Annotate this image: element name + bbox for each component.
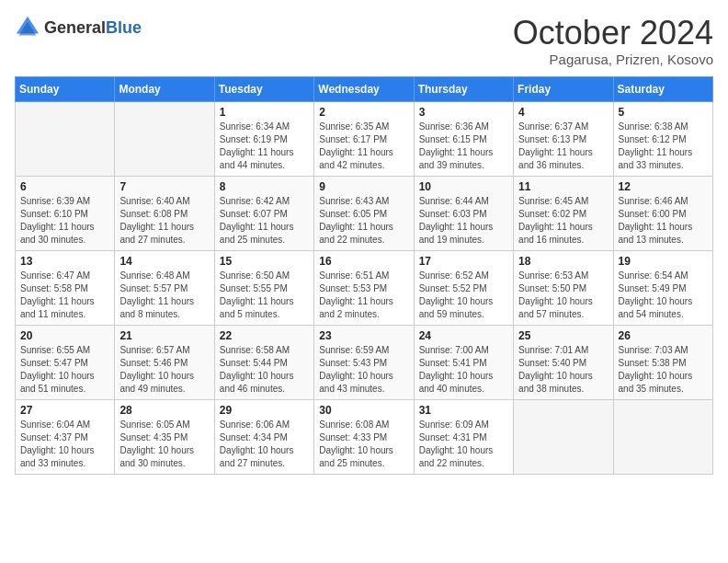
day-number: 23 [319, 329, 408, 342]
day-number: 5 [619, 106, 708, 119]
day-number: 14 [119, 255, 209, 268]
calendar-cell: 23Sunrise: 6:59 AMSunset: 5:43 PMDayligh… [314, 325, 414, 399]
calendar-table: SundayMondayTuesdayWednesdayThursdayFrid… [15, 76, 713, 475]
week-row-2: 6Sunrise: 6:39 AMSunset: 6:10 PMDaylight… [16, 176, 713, 250]
day-detail: Sunrise: 6:36 AMSunset: 6:15 PMDaylight:… [419, 121, 508, 172]
calendar-cell: 19Sunrise: 6:54 AMSunset: 5:49 PMDayligh… [613, 250, 712, 325]
calendar-cell: 27Sunrise: 6:04 AMSunset: 4:37 PMDayligh… [16, 399, 115, 474]
day-number: 16 [319, 255, 408, 268]
calendar-cell: 5Sunrise: 6:38 AMSunset: 6:12 PMDaylight… [613, 101, 712, 176]
calendar-cell: 28Sunrise: 6:05 AMSunset: 4:35 PMDayligh… [115, 399, 214, 474]
day-detail: Sunrise: 6:55 AMSunset: 5:47 PMDaylight:… [20, 344, 109, 396]
calendar-cell: 18Sunrise: 6:53 AMSunset: 5:50 PMDayligh… [514, 250, 613, 325]
day-number: 22 [220, 329, 309, 342]
week-row-3: 13Sunrise: 6:47 AMSunset: 5:58 PMDayligh… [16, 250, 713, 325]
day-detail: Sunrise: 6:59 AMSunset: 5:43 PMDaylight:… [319, 344, 408, 396]
day-detail: Sunrise: 7:03 AMSunset: 5:38 PMDaylight:… [619, 344, 708, 396]
week-row-5: 27Sunrise: 6:04 AMSunset: 4:37 PMDayligh… [16, 399, 713, 474]
calendar-cell: 26Sunrise: 7:03 AMSunset: 5:38 PMDayligh… [613, 325, 712, 399]
day-header-sunday: Sunday [16, 76, 115, 101]
day-detail: Sunrise: 6:38 AMSunset: 6:12 PMDaylight:… [619, 121, 708, 172]
calendar-cell: 25Sunrise: 7:01 AMSunset: 5:40 PMDayligh… [514, 325, 613, 399]
day-number: 19 [619, 255, 708, 268]
day-number: 30 [319, 404, 408, 417]
location-title: Pagarusa, Prizren, Kosovo [513, 52, 713, 67]
calendar-cell: 10Sunrise: 6:44 AMSunset: 6:03 PMDayligh… [414, 176, 513, 250]
calendar-cell [514, 399, 613, 474]
calendar-cell: 24Sunrise: 7:00 AMSunset: 5:41 PMDayligh… [414, 325, 513, 399]
day-number: 15 [220, 255, 309, 268]
day-number: 31 [419, 404, 508, 417]
day-detail: Sunrise: 6:51 AMSunset: 5:53 PMDaylight:… [319, 270, 408, 321]
header-row: SundayMondayTuesdayWednesdayThursdayFrid… [16, 76, 713, 101]
day-number: 9 [319, 180, 408, 193]
calendar-cell: 11Sunrise: 6:45 AMSunset: 6:02 PMDayligh… [514, 176, 613, 250]
calendar-cell: 15Sunrise: 6:50 AMSunset: 5:55 PMDayligh… [214, 250, 313, 325]
calendar-cell: 20Sunrise: 6:55 AMSunset: 5:47 PMDayligh… [16, 325, 115, 399]
day-detail: Sunrise: 6:06 AMSunset: 4:34 PMDaylight:… [220, 419, 309, 470]
day-number: 12 [619, 180, 708, 193]
day-number: 13 [20, 255, 109, 268]
calendar-cell: 4Sunrise: 6:37 AMSunset: 6:13 PMDaylight… [514, 101, 613, 176]
calendar-cell: 1Sunrise: 6:34 AMSunset: 6:19 PMDaylight… [214, 101, 313, 176]
calendar-cell: 14Sunrise: 6:48 AMSunset: 5:57 PMDayligh… [115, 250, 214, 325]
day-header-friday: Friday [514, 76, 613, 101]
day-number: 7 [119, 180, 209, 193]
calendar-cell: 6Sunrise: 6:39 AMSunset: 6:10 PMDaylight… [16, 176, 115, 250]
day-number: 1 [220, 106, 309, 119]
day-number: 28 [119, 404, 209, 417]
day-number: 3 [419, 106, 508, 119]
day-detail: Sunrise: 6:52 AMSunset: 5:52 PMDaylight:… [419, 270, 508, 321]
day-number: 17 [419, 255, 508, 268]
day-number: 25 [518, 329, 608, 342]
calendar-cell: 13Sunrise: 6:47 AMSunset: 5:58 PMDayligh… [16, 250, 115, 325]
day-detail: Sunrise: 6:43 AMSunset: 6:05 PMDaylight:… [319, 195, 408, 247]
day-detail: Sunrise: 6:08 AMSunset: 4:33 PMDaylight:… [319, 419, 408, 470]
day-detail: Sunrise: 6:39 AMSunset: 6:10 PMDaylight:… [20, 195, 109, 247]
day-header-saturday: Saturday [613, 76, 712, 101]
week-row-4: 20Sunrise: 6:55 AMSunset: 5:47 PMDayligh… [16, 325, 713, 399]
day-detail: Sunrise: 6:34 AMSunset: 6:19 PMDaylight:… [220, 121, 309, 172]
calendar-cell: 7Sunrise: 6:40 AMSunset: 6:08 PMDaylight… [115, 176, 214, 250]
day-detail: Sunrise: 6:46 AMSunset: 6:00 PMDaylight:… [619, 195, 708, 247]
day-number: 8 [220, 180, 309, 193]
calendar-cell: 8Sunrise: 6:42 AMSunset: 6:07 PMDaylight… [214, 176, 313, 250]
calendar-cell [613, 399, 712, 474]
week-row-1: 1Sunrise: 6:34 AMSunset: 6:19 PMDaylight… [16, 101, 713, 176]
day-detail: Sunrise: 6:42 AMSunset: 6:07 PMDaylight:… [220, 195, 309, 247]
title-section: October 2024 Pagarusa, Prizren, Kosovo [513, 15, 713, 67]
calendar-cell: 12Sunrise: 6:46 AMSunset: 6:00 PMDayligh… [613, 176, 712, 250]
day-number: 10 [419, 180, 508, 193]
day-detail: Sunrise: 6:45 AMSunset: 6:02 PMDaylight:… [518, 195, 608, 247]
calendar-cell: 17Sunrise: 6:52 AMSunset: 5:52 PMDayligh… [414, 250, 513, 325]
day-number: 29 [220, 404, 309, 417]
calendar-cell: 3Sunrise: 6:36 AMSunset: 6:15 PMDaylight… [414, 101, 513, 176]
calendar-cell [115, 101, 214, 176]
calendar-cell: 22Sunrise: 6:58 AMSunset: 5:44 PMDayligh… [214, 325, 313, 399]
day-number: 21 [119, 329, 209, 342]
calendar-cell: 21Sunrise: 6:57 AMSunset: 5:46 PMDayligh… [115, 325, 214, 399]
logo-general-text: General [44, 18, 106, 37]
day-number: 6 [20, 180, 109, 193]
day-number: 26 [619, 329, 708, 342]
day-detail: Sunrise: 6:37 AMSunset: 6:13 PMDaylight:… [518, 121, 608, 172]
day-detail: Sunrise: 6:35 AMSunset: 6:17 PMDaylight:… [319, 121, 408, 172]
logo: GeneralBlue [15, 15, 142, 40]
day-header-tuesday: Tuesday [214, 76, 313, 101]
calendar-cell: 29Sunrise: 6:06 AMSunset: 4:34 PMDayligh… [214, 399, 313, 474]
day-header-monday: Monday [115, 76, 214, 101]
day-number: 20 [20, 329, 109, 342]
day-detail: Sunrise: 6:05 AMSunset: 4:35 PMDaylight:… [119, 419, 209, 470]
day-detail: Sunrise: 6:04 AMSunset: 4:37 PMDaylight:… [20, 419, 109, 470]
day-detail: Sunrise: 6:44 AMSunset: 6:03 PMDaylight:… [419, 195, 508, 247]
day-detail: Sunrise: 6:47 AMSunset: 5:58 PMDaylight:… [20, 270, 109, 321]
calendar-cell: 16Sunrise: 6:51 AMSunset: 5:53 PMDayligh… [314, 250, 414, 325]
calendar-cell: 31Sunrise: 6:09 AMSunset: 4:31 PMDayligh… [414, 399, 513, 474]
day-number: 2 [319, 106, 408, 119]
page-header: GeneralBlue October 2024 Pagarusa, Prizr… [15, 15, 713, 67]
logo-icon [15, 15, 40, 40]
day-detail: Sunrise: 6:58 AMSunset: 5:44 PMDaylight:… [220, 344, 309, 396]
day-number: 11 [518, 180, 608, 193]
day-detail: Sunrise: 6:40 AMSunset: 6:08 PMDaylight:… [119, 195, 209, 247]
day-number: 18 [518, 255, 608, 268]
